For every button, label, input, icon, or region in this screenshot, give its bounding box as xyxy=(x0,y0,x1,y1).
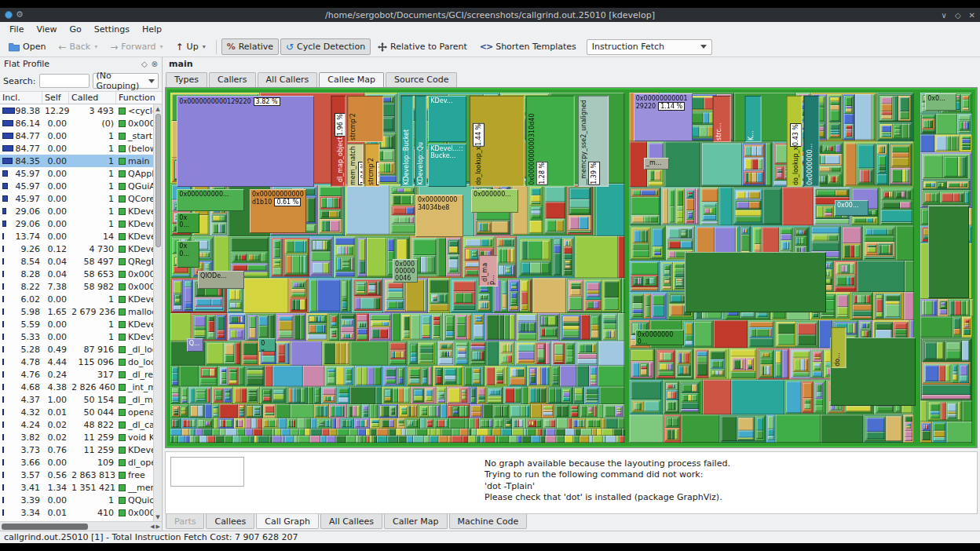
treemap-cell[interactable]: 0x... xyxy=(258,338,276,351)
column-self[interactable]: Self xyxy=(42,92,69,104)
table-header[interactable]: Incl. Self Called Function xyxy=(0,91,162,104)
treemap-cell[interactable]: KDevelop::Bucket xyxy=(400,96,413,187)
menu-view[interactable]: View xyxy=(30,24,63,35)
tab-types[interactable]: Types xyxy=(166,72,207,87)
table-row[interactable]: 84.770.001_start xyxy=(0,130,153,142)
forward-dropdown-icon[interactable]: ▾ xyxy=(160,43,163,50)
tab-all-callees[interactable]: All Callees xyxy=(320,514,382,529)
tab-caller-map[interactable]: Caller Map xyxy=(384,514,448,529)
treemap-cell[interactable] xyxy=(685,252,826,312)
treemap-cell[interactable]: QIODe... xyxy=(198,271,244,289)
table-row[interactable]: 4.684.382 826 460_int_mallo... xyxy=(0,381,153,393)
table-row[interactable]: 3.820.0211 259void KDev... xyxy=(0,431,153,443)
treemap-cell[interactable]: do_lookup_x0.43 % xyxy=(787,96,803,187)
menu-go[interactable]: Go xyxy=(64,24,88,35)
open-button[interactable]: Open xyxy=(3,38,51,55)
float-dock-icon[interactable]: ◇ xyxy=(141,60,148,68)
treemap-cell[interactable]: 0x00... xyxy=(835,200,868,216)
treemap-cell[interactable]: 0x000000000... xyxy=(177,189,243,211)
table-row[interactable]: 4.760.24317_dl_relocat... xyxy=(0,368,153,381)
table-row[interactable]: 84.350.001main xyxy=(0,155,153,167)
treemap-cell[interactable]: 0x0000000... xyxy=(804,96,820,187)
treemap-cell[interactable]: 0x0000000000461... xyxy=(393,259,418,283)
up-dropdown-icon[interactable]: ▾ xyxy=(203,43,206,50)
callee-map[interactable]: 0x00000000001292203.82 %_dl_map_object1.… xyxy=(165,87,978,448)
treemap-cell[interactable] xyxy=(928,206,968,298)
table-row[interactable]: 8.280.0458 6530x0000000... xyxy=(0,268,153,280)
tab-source-code[interactable]: Source Code xyxy=(386,72,457,87)
table-row[interactable]: 13.740.0014KDevelop::... xyxy=(0,230,153,243)
dock-titlebar[interactable]: Flat Profile ◇ ⊗ xyxy=(0,57,162,71)
table-row[interactable]: 5.280.4987 916_dl_lookup... xyxy=(0,343,153,356)
tab-callers[interactable]: Callers xyxy=(209,72,256,87)
table-row[interactable]: 6.020.001KDevelop::... xyxy=(0,293,153,305)
table-row[interactable]: 45.970.001QApplicati... xyxy=(0,167,153,180)
close-button[interactable]: ✕ xyxy=(969,11,975,20)
table-row[interactable]: 29.060.001KDevelop:... xyxy=(0,205,153,217)
treemap-cell[interactable]: 0x00000000001292203.82 % xyxy=(177,96,314,187)
treemap-cell[interactable]: 0x0... xyxy=(925,93,956,111)
table-row[interactable]: 4.320.0150 044openaux xyxy=(0,406,153,418)
back-dropdown-icon[interactable]: ▾ xyxy=(94,43,97,50)
table-row[interactable]: 3.340.014100x0000000... xyxy=(0,506,153,519)
treemap-cell[interactable]: do... xyxy=(832,327,847,368)
treemap-cell[interactable]: 0x00000000001292201.14 % xyxy=(634,93,693,141)
up-button[interactable]: ↑ Up ▾ xyxy=(170,38,211,55)
table-row[interactable]: 3.570.562 863 813free xyxy=(0,469,153,481)
maximize-button[interactable]: ◇ xyxy=(955,11,961,20)
treemap-cell[interactable]: do_lookup_x1.44 % xyxy=(470,96,525,187)
treemap-cell[interactable]: K... xyxy=(745,96,762,142)
table-row[interactable]: 5.590.001KDevelop::... xyxy=(0,318,153,330)
treemap-cell[interactable]: 0x0... xyxy=(177,241,199,267)
tab-parts[interactable]: Parts xyxy=(166,514,204,529)
table-row[interactable]: 5.981.652 679 236malloc xyxy=(0,305,153,318)
event-type-select[interactable]: Instruction Fetch xyxy=(587,39,712,55)
table-row[interactable]: 4.371.0050 154_dl_map_o... xyxy=(0,393,153,406)
search-input[interactable] xyxy=(39,74,90,88)
treemap-cell[interactable]: KDev... xyxy=(428,96,466,142)
table-row[interactable]: 29.060.001KDevelop::... xyxy=(0,217,153,230)
treemap-cell[interactable]: 0x00000000... xyxy=(635,330,684,345)
treemap-cell[interactable]: 0x0000000000310d401.28 % xyxy=(526,96,575,187)
tab-callee-map[interactable]: Callee Map xyxy=(319,72,384,87)
scroll-right-icon[interactable]: ▶ xyxy=(156,524,160,530)
treemap-cell[interactable]: strcmp'20.43 % xyxy=(365,144,380,187)
horizontal-scrollbar[interactable]: ◀ ▶ xyxy=(0,521,162,531)
table-row[interactable]: 8.227.3858 9820x0000000... xyxy=(0,280,153,293)
tab-all-callers[interactable]: All Callers xyxy=(258,72,318,87)
vertical-scrollbar[interactable]: ▲ ▼ xyxy=(153,104,162,521)
relative-toggle[interactable]: % Relative xyxy=(221,38,279,55)
forward-button[interactable]: → Forward ▾ xyxy=(104,38,168,55)
back-button[interactable]: ← Back ▾ xyxy=(53,38,103,55)
treemap-cell[interactable]: 0x00000000000d1b100.61 % xyxy=(250,189,306,233)
table-row[interactable]: 86.140.00(0)0x0000000... xyxy=(0,117,153,130)
table-row[interactable]: 4.240.0248 822_dl_catch_... xyxy=(0,418,153,431)
treemap-cell[interactable]: KDevelop::Qu xyxy=(415,96,426,187)
treemap-cell[interactable]: Q... xyxy=(187,338,204,351)
menu-file[interactable]: File xyxy=(3,24,30,35)
table-row[interactable]: 3.390.001QQuickVie... xyxy=(0,494,153,506)
grouping-select[interactable]: (No Grouping) xyxy=(93,73,159,89)
relative-to-parent-toggle[interactable]: Relative to Parent xyxy=(372,38,473,55)
minimize-button[interactable]: ∨ xyxy=(942,11,947,20)
tab-machine-code[interactable]: Machine Code xyxy=(449,514,528,529)
treemap-cell[interactable]: strcmp'2 xyxy=(347,96,383,142)
column-incl[interactable]: Incl. xyxy=(0,92,42,104)
table-row[interactable]: 98.3812.293 493<cycle 42> xyxy=(0,104,153,117)
cycle-detection-toggle[interactable]: ↺ Cycle Detection xyxy=(280,38,371,55)
treemap-cell[interactable]: KDevel...::Bucke... xyxy=(428,144,466,187)
treemap-cell[interactable]: 0x0... xyxy=(177,213,199,232)
table-row[interactable]: 3.411.341 351 421__memcpy... xyxy=(0,481,153,494)
table-row[interactable]: 3.730.7611 259KDevelop::... xyxy=(0,443,153,456)
scrollbar-thumb[interactable] xyxy=(2,524,88,530)
tab-call-graph[interactable]: Call Graph xyxy=(256,514,319,529)
menu-settings[interactable]: Settings xyxy=(88,24,136,35)
column-called[interactable]: Called xyxy=(69,92,116,104)
column-function[interactable]: Function xyxy=(116,92,162,104)
table-row[interactable]: 5.330.001KDevSplasl... xyxy=(0,330,153,343)
scrollbar-thumb[interactable] xyxy=(155,114,161,247)
close-dock-icon[interactable]: ⊗ xyxy=(152,60,158,68)
scroll-left-icon[interactable]: ◀ xyxy=(150,524,154,530)
table-row[interactable]: 8.540.0458 497QRegExp::... xyxy=(0,255,153,268)
shorten-templates-toggle[interactable]: <> Shorten Templates xyxy=(474,38,582,55)
